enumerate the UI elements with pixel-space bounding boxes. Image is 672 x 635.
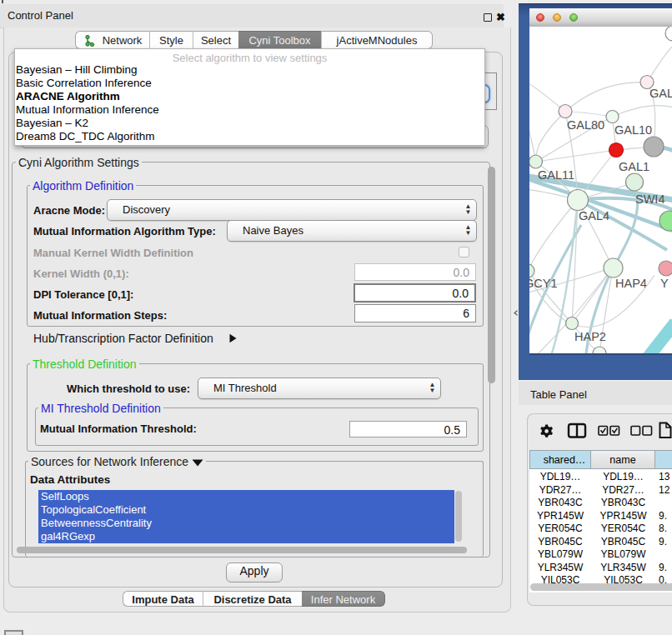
svg-text:GAL10: GAL10 <box>614 123 652 137</box>
svg-text:GAL1: GAL1 <box>619 160 649 173</box>
svg-text:Y: Y <box>660 277 669 290</box>
svg-text:SWI4: SWI4 <box>635 192 664 206</box>
svg-text:HAP2: HAP2 <box>574 330 606 343</box>
svg-text:GAL4: GAL4 <box>579 209 609 222</box>
svg-text:GAL11: GAL11 <box>538 168 574 182</box>
svg-text:HAP4: HAP4 <box>615 277 647 290</box>
svg-text:GAL: GAL <box>649 87 672 100</box>
svg-text:GCY1: GCY1 <box>529 277 558 290</box>
svg-text:GAL80: GAL80 <box>567 118 604 132</box>
